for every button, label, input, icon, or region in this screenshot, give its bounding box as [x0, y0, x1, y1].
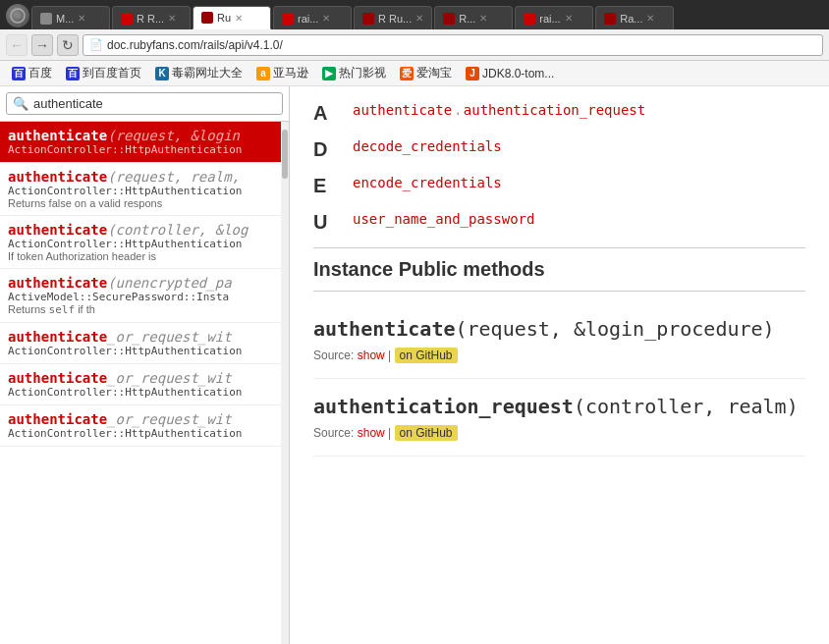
sidebar-item-s3[interactable]: authenticate(controller, &log ActionCont… — [0, 216, 289, 269]
sidebar: 🔍 authenticate(request, &login ActionCon… — [0, 86, 290, 644]
method-name-bold: authenticate — [313, 317, 456, 341]
method-entry-m2: authentication_request(controller, realm… — [313, 379, 805, 456]
sidebar-item-s5[interactable]: authenticate_or_request_wit ActionContro… — [0, 323, 289, 364]
url-bar[interactable]: 📄 doc.rubyfans.com/rails/api/v4.1.0/ — [83, 34, 823, 56]
item-sub: ActiveModel::SecurePassword::Insta — [8, 291, 273, 303]
alpha-letter-A: A — [313, 102, 343, 125]
tab-label: R Ru... — [378, 13, 412, 25]
item-title: authenticate_or_request_wit — [8, 411, 273, 427]
sidebar-scrollthumb[interactable] — [282, 130, 288, 179]
search-input[interactable] — [33, 96, 276, 111]
tab-close[interactable]: ✕ — [235, 13, 243, 24]
item-title-italic: (controller, &log — [107, 222, 248, 238]
item-sub: ActionController::HttpAuthentication — [8, 238, 273, 250]
alpha-method-link[interactable]: authentication_request — [464, 102, 645, 118]
bookmark-label: 亚马逊 — [273, 65, 308, 81]
alpha-methods-D: decode_credentials — [353, 138, 502, 154]
source-line-m2: Source: show | on GitHub — [313, 426, 805, 440]
alpha-letter-U: U — [313, 211, 343, 234]
item-title-main: authenticate — [8, 370, 107, 386]
tab-favicon — [121, 13, 133, 25]
item-sub: ActionController::HttpAuthentication — [8, 345, 273, 357]
alpha-index: Aauthenticate,authentication_requestDdec… — [313, 102, 805, 234]
browser-tab-t3[interactable]: Ru✕ — [193, 6, 271, 29]
source-sep: | — [388, 349, 394, 362]
alpha-method-link[interactable]: user_name_and_password — [353, 211, 534, 227]
back-button[interactable]: ← — [6, 34, 28, 56]
sidebar-item-s7[interactable]: authenticate_or_request_wit ActionContro… — [0, 405, 289, 447]
item-title-italic: (request, realm, — [107, 169, 240, 185]
tab-favicon — [201, 12, 213, 24]
bookmark-label: JDK8.0-tom... — [482, 67, 554, 80]
bookmark-label: 百度 — [28, 65, 52, 81]
alpha-methods-U: user_name_and_password — [353, 211, 534, 227]
alpha-method-link[interactable]: decode_credentials — [353, 138, 502, 154]
bookmark-b1[interactable]: 百百度 — [6, 64, 58, 82]
browser-tab-t6[interactable]: R...✕ — [434, 6, 513, 29]
tab-favicon — [362, 13, 374, 25]
browser-tab-t7[interactable]: rai...✕ — [515, 6, 593, 29]
sidebar-item-s2[interactable]: authenticate(request, realm, ActionContr… — [0, 163, 289, 216]
tab-close[interactable]: ✕ — [78, 13, 85, 24]
refresh-button[interactable]: ↻ — [57, 34, 79, 56]
item-sub: ActionController::HttpAuthentication — [8, 143, 273, 156]
forward-button[interactable]: → — [31, 34, 53, 56]
item-title-main: authenticate — [8, 329, 107, 345]
bookmark-b5[interactable]: ▶热门影视 — [316, 64, 392, 82]
github-badge[interactable]: on GitHub — [395, 348, 458, 363]
tab-close[interactable]: ✕ — [565, 13, 573, 24]
show-link[interactable]: show — [358, 426, 385, 440]
bookmark-b2[interactable]: 百到百度首页 — [60, 64, 147, 82]
browser-tab-t1[interactable]: M...✕ — [31, 6, 110, 29]
alpha-methods-E: encode_credentials — [353, 175, 502, 190]
item-title: authenticate(request, &login — [8, 128, 273, 143]
section-divider — [313, 291, 805, 292]
show-link[interactable]: show — [358, 349, 385, 362]
tab-label: R... — [459, 13, 475, 25]
tab-close[interactable]: ✕ — [415, 13, 423, 24]
sidebar-item-s1[interactable]: authenticate(request, &login ActionContr… — [0, 122, 289, 163]
browser-tab-t8[interactable]: Ra...✕ — [595, 6, 674, 29]
methods-list: authenticate(request, &login_procedure) … — [313, 301, 805, 456]
bookmark-b7[interactable]: JJDK8.0-tom... — [460, 66, 560, 81]
alpha-section-A: Aauthenticate,authentication_request — [313, 102, 805, 125]
bookmark-icon: 爱 — [400, 67, 414, 80]
tab-close[interactable]: ✕ — [322, 13, 330, 24]
bookmark-b4[interactable]: a亚马逊 — [250, 64, 314, 82]
bookmark-icon: a — [256, 67, 270, 80]
tab-bar: M...✕R R...✕Ru✕rai...✕R Ru...✕R...✕rai..… — [0, 0, 829, 29]
bookmark-icon: 百 — [12, 67, 26, 80]
tab-close[interactable]: ✕ — [479, 13, 487, 24]
bookmark-label: 毒霸网址大全 — [172, 65, 243, 81]
method-name-rest: (request, &login_procedure) — [456, 317, 775, 341]
url-text: doc.rubyfans.com/rails/api/v4.1.0/ — [107, 38, 283, 52]
browser-chrome: M...✕R R...✕Ru✕rai...✕R Ru...✕R...✕rai..… — [0, 0, 829, 86]
item-title-main: authenticate — [8, 128, 107, 143]
browser-tab-t5[interactable]: R Ru...✕ — [354, 6, 432, 29]
tab-close[interactable]: ✕ — [168, 13, 176, 24]
source-line-m1: Source: show | on GitHub — [313, 349, 805, 362]
tab-close[interactable]: ✕ — [646, 13, 654, 24]
github-badge[interactable]: on GitHub — [395, 425, 458, 441]
bookmark-b3[interactable]: K毒霸网址大全 — [149, 64, 249, 82]
source-label: Source: — [313, 349, 354, 362]
alpha-section-D: Ddecode_credentials — [313, 138, 805, 161]
browser-tab-t2[interactable]: R R...✕ — [112, 6, 191, 29]
main-area: 🔍 authenticate(request, &login ActionCon… — [0, 86, 829, 644]
item-title-italic: _or_request_wit — [107, 329, 231, 345]
alpha-section-U: Uuser_name_and_password — [313, 211, 805, 234]
sidebar-scrollbar[interactable] — [281, 122, 289, 644]
sidebar-item-s6[interactable]: authenticate_or_request_wit ActionContro… — [0, 364, 289, 405]
browser-tab-t4[interactable]: rai...✕ — [273, 6, 352, 29]
item-sub: ActionController::HttpAuthentication — [8, 386, 273, 399]
section-title: Instance Public methods — [313, 258, 805, 281]
url-icon: 📄 — [89, 38, 103, 51]
bookmark-b6[interactable]: 爱爱淘宝 — [394, 64, 458, 82]
bookmark-icon: ▶ — [322, 67, 336, 80]
alpha-method-link[interactable]: encode_credentials — [353, 175, 502, 190]
alpha-methods-A: authenticate,authentication_request — [353, 102, 645, 118]
sidebar-item-s4[interactable]: authenticate(unencrypted_pa ActiveModel:… — [0, 269, 289, 323]
tab-label: R R... — [137, 13, 164, 25]
item-title-main: authenticate — [8, 222, 107, 238]
alpha-method-link[interactable]: authenticate — [353, 102, 452, 118]
